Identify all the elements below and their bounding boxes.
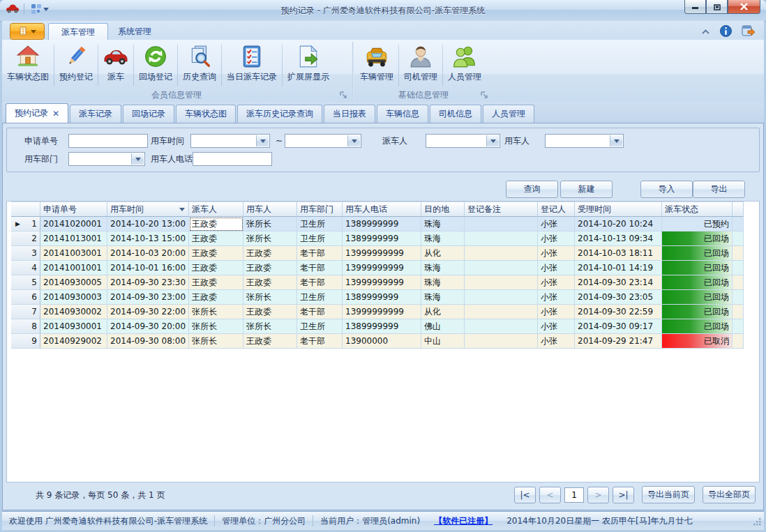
table-row[interactable]: 4201410010012014-10-01 16:00王政委王政委老干部139…	[11, 261, 744, 275]
ribbon-button-personnel-manage[interactable]: 人员管理	[443, 42, 486, 89]
cell[interactable]: 2014-09-30 23:05	[575, 290, 662, 305]
cell[interactable]: 张所长	[243, 231, 297, 246]
column-header[interactable]: 用车部门	[297, 202, 343, 217]
row-header-cell[interactable]: ▶1	[11, 217, 40, 231]
cell[interactable]: 2014-10-13 15:00	[107, 231, 189, 246]
cell[interactable]: 王政委	[189, 261, 243, 275]
cell[interactable]: 王政委	[243, 334, 297, 349]
export-button[interactable]: 导出	[693, 181, 745, 198]
doc-tab-personnel-manage[interactable]: 人员管理	[483, 105, 534, 123]
resize-grip[interactable]	[753, 517, 762, 529]
row-header-cell[interactable]: 4	[11, 261, 40, 275]
cell[interactable]: 2014-10-20 10:24	[575, 217, 662, 231]
ribbon-tab-dispatch[interactable]: 派车管理	[48, 23, 108, 40]
cell[interactable]	[465, 261, 538, 275]
cell[interactable]: 王政委	[189, 217, 243, 231]
cell[interactable]: 20141013001	[40, 231, 107, 246]
cell[interactable]: 13999999999	[343, 246, 421, 261]
cell[interactable]: 13999999999	[343, 305, 421, 319]
doc-tab-return-records[interactable]: 回场记录	[123, 105, 174, 123]
column-header[interactable]: 受理时间	[575, 202, 662, 217]
cell[interactable]: 老干部	[297, 305, 343, 319]
cell[interactable]	[465, 305, 538, 319]
doc-tab-driver-info[interactable]: 司机信息	[430, 105, 481, 123]
doc-tab-vehicle-info[interactable]: 车辆信息	[377, 105, 428, 123]
doc-tab-daily-report[interactable]: 当日报表	[324, 105, 375, 123]
cell[interactable]: 卫生所	[297, 231, 343, 246]
cell[interactable]: 王政委	[189, 275, 243, 290]
column-header[interactable]: 目的地	[421, 202, 465, 217]
cell[interactable]: 王政委	[243, 261, 297, 275]
department-combo[interactable]	[68, 152, 145, 166]
collapse-ribbon-icon[interactable]	[701, 27, 710, 37]
cell[interactable]: 13999999999	[343, 275, 421, 290]
minimize-button[interactable]	[684, 0, 706, 14]
chevron-down-icon[interactable]	[610, 135, 622, 146]
cell[interactable]: 2014-10-01 14:19	[575, 261, 662, 275]
cell[interactable]: 王政委	[243, 305, 297, 319]
cell[interactable]: 2014-09-30 22:00	[107, 305, 189, 319]
chevron-down-icon[interactable]	[486, 135, 499, 146]
cell[interactable]: 2014-09-29 21:47	[575, 334, 662, 349]
column-header[interactable]: 用车人电话	[343, 202, 421, 217]
cell[interactable]: 20140929002	[40, 334, 107, 349]
cell[interactable]: 2014-10-03 20:00	[107, 246, 189, 261]
status-cell[interactable]: 已回场	[662, 275, 733, 290]
row-header-cell[interactable]: 8	[11, 319, 40, 334]
cell[interactable]: 20141020001	[40, 217, 107, 231]
use-time-to-combo[interactable]	[285, 134, 361, 148]
cell[interactable]: 2014-09-30 22:59	[575, 305, 662, 319]
cell[interactable]: 小张	[538, 275, 575, 290]
cell[interactable]	[465, 290, 538, 305]
cell[interactable]: 2014-09-30 23:30	[107, 275, 189, 290]
table-row[interactable]: 2201410130012014-10-13 15:00王政委张所长卫生所138…	[11, 231, 744, 246]
cell[interactable]: 张所长	[243, 319, 297, 334]
cell[interactable]: 20140930005	[40, 275, 107, 290]
cell[interactable]: 2014-09-30 20:00	[107, 319, 189, 334]
import-button[interactable]: 导入	[640, 181, 693, 198]
ribbon-button-driver-manage[interactable]: 司机管理	[399, 42, 442, 89]
cell[interactable]: 卫生所	[297, 217, 343, 231]
quick-access-toolbar-button[interactable]	[29, 3, 51, 15]
close-button[interactable]	[728, 0, 760, 14]
cell[interactable]: 1389999999	[343, 290, 421, 305]
status-cell[interactable]: 已回场	[662, 319, 733, 334]
table-row[interactable]: 3201410030012014-10-03 20:00王政委王政委老干部139…	[11, 246, 744, 261]
status-cell[interactable]: 已回场	[662, 290, 733, 305]
row-header-cell[interactable]: 5	[11, 275, 40, 290]
row-header-cell[interactable]: 6	[11, 290, 40, 305]
ribbon-button-history-search[interactable]: 历史查询	[178, 42, 221, 89]
cell[interactable]	[465, 334, 538, 349]
cell[interactable]: 小张	[538, 246, 575, 261]
ribbon-button-vehicle-manage[interactable]: 车辆管理	[355, 42, 398, 89]
table-row[interactable]: 6201409300032014-09-30 23:00王政委张所长卫生所138…	[11, 290, 744, 305]
cell[interactable]: 20140930003	[40, 290, 107, 305]
exit-system-icon[interactable]	[742, 24, 756, 39]
ribbon-button-extend-screen[interactable]: 扩展屏显示	[283, 42, 334, 89]
cell[interactable]: 20140930001	[40, 319, 107, 334]
cell[interactable]: 王政委	[189, 231, 243, 246]
cell[interactable]: 小张	[538, 334, 575, 349]
cell[interactable]: 2014-10-13 09:34	[575, 231, 662, 246]
cell[interactable]: 小张	[538, 261, 575, 275]
ribbon-button-daily-dispatch[interactable]: 当日派车记录	[222, 42, 282, 89]
doc-tab-reservation-records[interactable]: 预约记录 ✕	[6, 103, 68, 123]
status-cell[interactable]: 已预约	[662, 217, 733, 231]
table-row[interactable]: 7201409300022014-09-30 22:00张所长王政委老干部139…	[11, 305, 744, 319]
application-menu-button[interactable]	[10, 23, 45, 40]
status-cell[interactable]: 已取消	[662, 334, 733, 349]
column-header[interactable]: 申请单号	[40, 202, 107, 217]
cell[interactable]: 2014-09-30 08:00	[107, 334, 189, 349]
cell[interactable]: 珠海	[421, 290, 465, 305]
phone-input[interactable]	[193, 152, 272, 166]
cell[interactable]	[465, 275, 538, 290]
ribbon-button-vehicle-status[interactable]: 车辆状态图	[2, 42, 54, 89]
cell[interactable]: 佛山	[421, 319, 465, 334]
cell[interactable]: 中山	[421, 334, 465, 349]
column-header[interactable]: 登记人	[538, 202, 575, 217]
dispatcher-combo[interactable]	[426, 134, 500, 148]
cell[interactable]: 珠海	[421, 217, 465, 231]
cell[interactable]: 小张	[538, 231, 575, 246]
cell[interactable]: 2014-10-20 13:00	[107, 217, 189, 231]
cell[interactable]: 老干部	[297, 275, 343, 290]
